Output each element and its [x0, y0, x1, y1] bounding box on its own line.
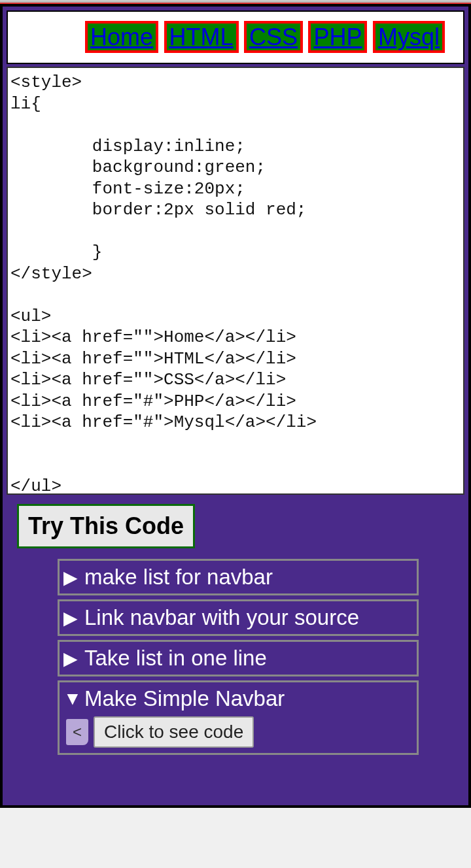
code-tag-icon: < — [66, 719, 88, 745]
nav-item-mysql[interactable]: Mysql — [373, 21, 445, 53]
nav-item-php[interactable]: PHP — [308, 21, 367, 53]
accordion-item: ▶ Link navbar with your source — [58, 599, 419, 636]
accordion-header-1[interactable]: ▶ make list for navbar — [63, 563, 413, 591]
nav-item-home[interactable]: Home — [85, 21, 158, 53]
accordion-item: ▶ make list for navbar — [58, 559, 419, 595]
accordion-item: ▶ Take list in one line — [58, 640, 419, 676]
accordion-label: Link navbar with your source — [84, 605, 359, 630]
accordion-header-4[interactable]: ▼ Make Simple Navbar — [63, 685, 413, 712]
accordion-label: make list for navbar — [84, 565, 273, 590]
nav-item-html[interactable]: HTML — [164, 21, 239, 53]
code-editor[interactable] — [7, 67, 464, 495]
accordion: ▶ make list for navbar ▶ Link navbar wit… — [58, 559, 419, 755]
chevron-right-icon: ▶ — [63, 607, 80, 629]
preview-output: Home HTML CSS PHP Mysql — [7, 10, 464, 64]
accordion-label: Take list in one line — [84, 646, 267, 671]
main-container: Home HTML CSS PHP Mysql Try This Code ▶ … — [0, 4, 471, 808]
accordion-header-2[interactable]: ▶ Link navbar with your source — [63, 604, 413, 631]
accordion-item: ▼ Make Simple Navbar < Click to see code — [58, 680, 419, 755]
chevron-down-icon: ▼ — [63, 688, 80, 709]
try-code-button[interactable]: Try This Code — [17, 504, 195, 548]
accordion-content: < Click to see code — [63, 716, 413, 748]
nav-item-css[interactable]: CSS — [244, 21, 303, 53]
see-code-button[interactable]: Click to see code — [94, 716, 254, 748]
chevron-right-icon: ▶ — [63, 567, 80, 588]
nav-list: Home HTML CSS PHP Mysql — [25, 36, 446, 47]
accordion-header-3[interactable]: ▶ Take list in one line — [63, 644, 413, 672]
accordion-label: Make Simple Navbar — [84, 686, 285, 711]
chevron-right-icon: ▶ — [63, 648, 80, 669]
